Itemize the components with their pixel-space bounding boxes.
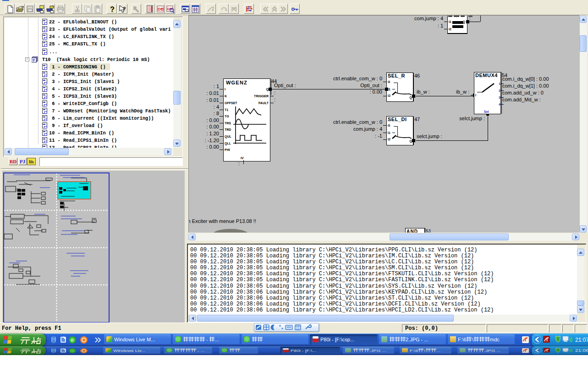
svg-text:: 0.01: : 0.01 xyxy=(206,97,219,103)
svg-text::: : xyxy=(469,16,471,21)
svg-text::: : xyxy=(238,161,240,166)
svg-text:Q: Q xyxy=(410,139,412,143)
svg-text:46: 46 xyxy=(414,73,420,78)
svg-text:ib_w :: ib_w : xyxy=(456,89,469,95)
svg-text:4: 4 xyxy=(499,103,500,106)
svg-text:com.jump : 4: com.jump : 4 xyxy=(353,126,382,132)
svg-text:: 1.20: : 1.20 xyxy=(206,131,219,136)
svg-text:Q: Q xyxy=(463,20,466,24)
svg-text:com.add_ud_w : 0: com.add_ud_w : 0 xyxy=(502,90,544,95)
svg-text:51: 51 xyxy=(426,228,431,233)
svg-text:Sel: Sel xyxy=(484,110,489,113)
svg-text:FAULT: FAULT xyxy=(258,101,269,105)
svg-text:I2: I2 xyxy=(388,138,390,141)
svg-text:com.jump : 4: com.jump : 4 xyxy=(414,16,443,21)
svg-text:: 0.00: : 0.00 xyxy=(369,89,382,95)
svg-text:21:06: 21:06 xyxy=(575,349,588,353)
svg-text:3: 3 xyxy=(499,96,500,99)
svg-text:47: 47 xyxy=(414,117,420,122)
svg-text:e: e xyxy=(71,338,74,343)
svg-text:: 8: : 8 xyxy=(214,111,219,116)
svg-text:Q: Q xyxy=(266,88,269,91)
svg-text:Q: Q xyxy=(410,96,412,100)
svg-text:PHI: PHI xyxy=(225,148,230,151)
svg-text:?: ? xyxy=(110,6,115,13)
svg-text:IV: IV xyxy=(241,156,244,160)
svg-text:com.i_dq_w[1] : 0.00: com.i_dq_w[1] : 0.00 xyxy=(502,83,549,89)
svg-text:ctrl.enable_com_w : 0: ctrl.enable_com_w : 0 xyxy=(333,76,382,81)
svg-text:com.add_Md_w :: com.add_Md_w : xyxy=(502,97,541,102)
svg-text:SEL_R: SEL_R xyxy=(388,73,405,78)
svg-text:TRS: TRS xyxy=(225,122,231,125)
svg-text:: 0.00: : 0.00 xyxy=(206,117,219,123)
svg-text:: 0.01: : 0.01 xyxy=(206,90,219,96)
svg-text:: 1: : 1 xyxy=(438,23,443,28)
svg-text:: 4: : 4 xyxy=(214,104,219,110)
svg-text:ib_w :: ib_w : xyxy=(417,89,430,95)
svg-text:I1: I1 xyxy=(388,88,390,91)
svg-text:: 0.00: : 0.00 xyxy=(206,124,219,129)
svg-text:2: 2 xyxy=(499,89,500,92)
svg-text:G: G xyxy=(388,80,390,83)
svg-text:OFFSET: OFFSET xyxy=(225,101,237,105)
svg-text:K: K xyxy=(225,95,227,98)
svg-text:TRIGGER: TRIGGER xyxy=(254,95,269,98)
svg-text:com.i_dq_w[0] : 0.00: com.i_dq_w[0] : 0.00 xyxy=(502,76,549,82)
svg-text:: 0.00: : 0.00 xyxy=(206,144,219,150)
svg-text:DEMUX4: DEMUX4 xyxy=(475,72,498,78)
svg-text:T1: T1 xyxy=(225,108,228,111)
svg-text:I1: I1 xyxy=(388,131,390,134)
svg-text:: 1: : 1 xyxy=(214,83,219,89)
svg-text:I2: I2 xyxy=(388,94,390,97)
svg-text:?: ? xyxy=(123,6,126,11)
svg-text:SEL_DI: SEL_DI xyxy=(388,117,407,122)
svg-text:: -1: : -1 xyxy=(375,133,382,139)
svg-text:selct.jump :: selct.jump : xyxy=(417,133,442,139)
svg-text:ctrl.enable_com_w : 0: ctrl.enable_com_w : 0 xyxy=(333,119,382,125)
svg-text:1: 1 xyxy=(499,82,500,85)
svg-text:Opti_out :: Opti_out : xyxy=(360,83,382,88)
svg-text:I1: I1 xyxy=(449,20,451,23)
svg-text:21:07: 21:07 xyxy=(575,337,588,343)
svg-text:TG: TG xyxy=(225,115,229,118)
svg-text:Opti_out :: Opti_out : xyxy=(274,83,296,88)
svg-text:I: I xyxy=(475,94,476,97)
svg-text:WGENZ: WGENZ xyxy=(226,80,247,85)
svg-text::: : xyxy=(274,97,275,102)
svg-text:I2: I2 xyxy=(449,28,451,31)
svg-text:I: I xyxy=(225,88,225,91)
svg-text:QUL: QUL xyxy=(225,135,232,139)
svg-text:AND: AND xyxy=(407,229,418,233)
svg-text:G: G xyxy=(388,124,390,127)
svg-text:on Exciter with menue P13.08 !: on Exciter with menue P13.08 !! xyxy=(189,218,256,224)
svg-text::: : xyxy=(274,90,275,95)
svg-text:TRD: TRD xyxy=(225,128,231,131)
svg-text:QLL: QLL xyxy=(225,142,231,145)
svg-text:DB: DB xyxy=(158,7,164,11)
svg-text:: -1.20: : -1.20 xyxy=(205,138,219,143)
svg-text:selct.jump :: selct.jump : xyxy=(459,116,485,121)
